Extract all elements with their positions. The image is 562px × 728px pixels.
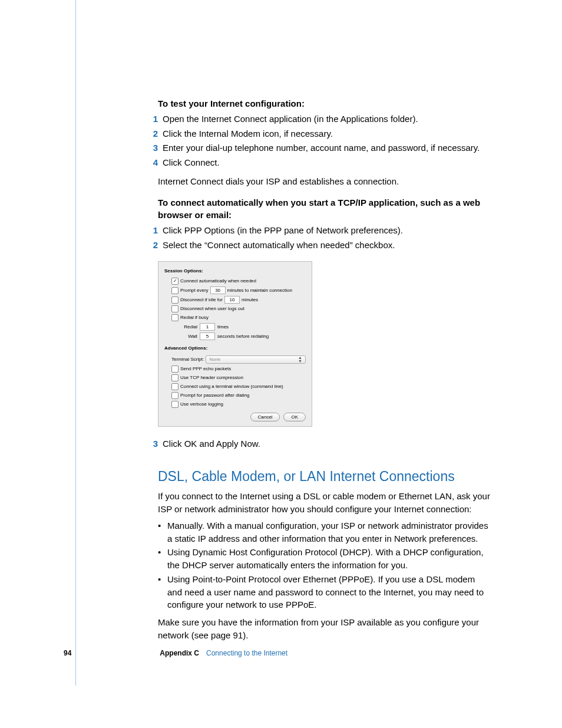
cb-label: minutes to maintain connection [227,287,292,294]
bullet-text: Using Point-to-Point Protocol over Ether… [167,573,491,611]
terminal-script-select[interactable]: None ▲▼ [206,355,306,364]
redial-label: Redial [181,324,197,331]
step-number: 2 [146,239,163,252]
cb-label: Connect automatically when needed [180,278,256,285]
step-number: 3 [146,437,163,450]
steps-list-2: 1Click PPP Options (in the PPP pane of N… [158,224,491,252]
cb-label: Use TCP header compression [180,374,243,381]
bullet-list: •Manually. With a manual configuration, … [158,519,491,611]
terminal-script-label: Terminal Script: [171,356,204,363]
step-number: 4 [146,156,163,169]
ppp-options-dialog: Session Options: ✓ Connect automatically… [158,261,312,427]
steps-list-1: 1Open the Internet Connect application (… [158,113,491,169]
ok-button[interactable]: OK [283,413,306,422]
page-number: 94 [64,649,71,657]
steps-list-3: 3Click OK and Apply Now. [158,437,491,450]
section-heading-dsl: DSL, Cable Modem, or LAN Internet Connec… [158,467,491,486]
step-text: Click OK and Apply Now. [163,437,491,450]
cb-label: minutes [242,297,258,304]
checkbox-redial-busy[interactable] [171,314,178,321]
step-number: 1 [146,224,163,237]
checkbox-prompt-password[interactable] [171,392,178,399]
paragraph: Internet Connect dials your ISP and esta… [158,175,491,188]
appendix-label: Appendix C [160,649,199,657]
checkbox-tcp-header[interactable] [171,374,178,381]
input-redial-times[interactable]: 1 [200,323,215,331]
step-text: Click Connect. [163,156,491,169]
step-number: 1 [146,113,163,126]
wait-label: Wait [181,333,197,340]
input-wait-seconds[interactable]: 5 [200,332,215,340]
checkbox-prompt-every[interactable] [171,287,178,294]
cb-label: Prompt for password after dialing [180,392,249,399]
input-idle-minutes[interactable]: 10 [224,296,240,304]
checkbox-disconnect-idle[interactable] [171,297,178,304]
bullet-text: Manually. With a manual configuration, y… [167,519,491,545]
checkbox-send-echo[interactable] [171,365,178,373]
cb-label: Prompt every [180,287,209,294]
chapter-title: Connecting to the Internet [206,649,287,657]
cb-label: Use verbose logging [180,401,223,408]
updown-icon: ▲▼ [298,356,302,363]
wait-unit: seconds before redialing [217,333,269,340]
bullet-dot: • [158,519,167,545]
step-text: Enter your dial-up telephone number, acc… [163,141,491,154]
select-value: None [209,356,220,363]
cb-label: Disconnect if idle for [180,297,223,304]
session-options-title: Session Options: [164,268,306,275]
cb-label: Redial if busy [180,314,209,321]
checkbox-connect-auto[interactable]: ✓ [171,278,178,285]
step-number: 2 [146,127,163,140]
checkbox-verbose-logging[interactable] [171,401,178,408]
paragraph: Make sure you have the information from … [158,616,491,642]
cb-label: Send PPP echo packets [180,365,231,373]
step-text: Select the “Connect automatically when n… [163,239,491,252]
input-prompt-minutes[interactable]: 30 [210,286,226,294]
redial-unit: times [217,324,229,331]
subheading-connect-auto: To connect automatically when you start … [158,196,491,222]
step-number: 3 [146,141,163,154]
page-margin-rule [75,0,76,686]
subheading-test-config: To test your Internet configuration: [158,97,491,110]
step-text: Click the Internal Modem icon, if necess… [163,127,491,140]
checkbox-disconnect-logout[interactable] [171,305,178,312]
bullet-dot: • [158,546,167,572]
paragraph: If you connect to the Internet using a D… [158,490,491,516]
checkbox-connect-terminal[interactable] [171,383,178,390]
step-text: Click PPP Options (in the PPP pane of Ne… [163,224,491,237]
bullet-text: Using Dynamic Host Configuration Protoco… [167,546,491,572]
cancel-button[interactable]: Cancel [250,413,280,422]
step-text: Open the Internet Connect application (i… [163,113,491,126]
page-footer: 94 Appendix C Connecting to the Internet [64,649,287,657]
cb-label: Connect using a terminal window (command… [180,383,283,390]
advanced-options-title: Advanced Options: [164,345,306,352]
bullet-dot: • [158,573,167,611]
cb-label: Disconnect when user logs out [180,305,244,312]
